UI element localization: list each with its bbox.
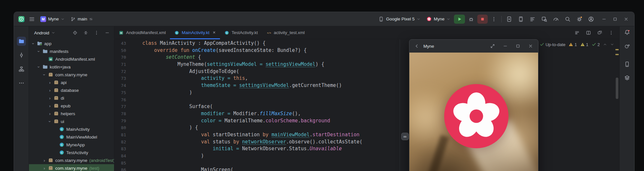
editor-scrollbar[interactable] <box>616 78 618 99</box>
tree-chevron-icon[interactable]: › <box>42 72 46 77</box>
code-line[interactable]: 71 MyneTheme(settingsViewModel = setting… <box>114 61 619 68</box>
tree-chevron-icon[interactable]: › <box>47 80 52 85</box>
app-inspection-button[interactable] <box>539 15 549 24</box>
code-line[interactable]: 70 setContent { <box>114 54 619 61</box>
logcat-button[interactable] <box>528 15 537 24</box>
run-button[interactable] <box>454 15 465 24</box>
close-tab-icon[interactable]: ✕ <box>213 31 216 35</box>
code-line[interactable]: 79 color = MaterialTheme.colorScheme.bac… <box>114 117 619 125</box>
detach-editor-button[interactable] <box>596 28 603 37</box>
notifications-button[interactable] <box>623 28 632 37</box>
warning-stripe-mark[interactable] <box>615 49 619 50</box>
device-selector[interactable]: Google Pixel 5 <box>376 15 423 23</box>
code-line[interactable]: 77 Surface( <box>114 103 619 110</box>
tree-item-epub[interactable]: ›epub <box>29 102 114 110</box>
stop-button[interactable] <box>477 15 488 24</box>
locate-file-button[interactable] <box>71 29 79 36</box>
project-toolwindow-button[interactable] <box>17 37 26 46</box>
project-view-selector[interactable]: Android <box>33 30 57 36</box>
device-window-handle-icon[interactable]: ∞ <box>401 133 409 140</box>
tree-chevron-icon[interactable]: › <box>31 41 35 46</box>
hide-panel-button[interactable] <box>104 29 111 36</box>
tree-chevron-icon[interactable]: › <box>47 112 52 116</box>
more-run-actions-button[interactable] <box>489 15 499 24</box>
tree-item-mainactivity[interactable]: CMainActivity <box>29 125 114 133</box>
device-maximize-button[interactable] <box>514 43 522 50</box>
run-configuration-selector[interactable]: Myne <box>424 15 453 23</box>
vcs-branch-selector[interactable]: main <box>68 15 95 23</box>
tree-item-helpers[interactable]: ›helpers <box>29 110 114 117</box>
editor-tab-activity-test-xml[interactable]: </>activity_test.xml <box>262 26 309 39</box>
code-line[interactable]: 80 ) { <box>114 124 619 131</box>
inspections-widget[interactable]: Up-to-date 1 1 2 <box>540 41 614 48</box>
commit-toolwindow-button[interactable] <box>17 51 26 60</box>
tree-item-myneapp[interactable]: CMyneApp <box>29 141 114 149</box>
tree-item-mainviewmodel[interactable]: CMainViewModel <box>29 133 114 141</box>
running-devices-button[interactable] <box>504 15 514 24</box>
device-manager-button[interactable] <box>516 15 526 24</box>
previous-problem-icon[interactable] <box>603 43 607 46</box>
code-line[interactable]: 78 modifier = Modifier.fillMaxSize(), <box>114 110 619 117</box>
passed-badge[interactable]: 2 <box>592 42 600 47</box>
structure-toolwindow-button[interactable] <box>17 65 26 74</box>
device-screen[interactable] <box>409 53 538 171</box>
project-selector[interactable]: M Myne <box>38 15 67 23</box>
maximize-window-button[interactable] <box>610 15 620 24</box>
tree-item-api[interactable]: ›api <box>29 79 114 86</box>
code-line[interactable]: 73 activity = this, <box>114 75 619 82</box>
tree-chevron-icon[interactable]: › <box>48 119 52 124</box>
tab-options-button[interactable] <box>608 28 615 37</box>
device-close-button[interactable] <box>527 43 534 50</box>
gradle-toolwindow-button[interactable] <box>623 42 632 51</box>
code-line[interactable]: 86 MainScreen( <box>114 166 619 171</box>
tree-item-kotlin-java[interactable]: ›kotlin+java <box>29 63 114 71</box>
next-problem-icon[interactable] <box>610 43 614 46</box>
close-window-button[interactable] <box>621 15 631 24</box>
code-editor[interactable]: 43class MainActivity : AppCompatActivity… <box>114 39 619 171</box>
collapse-all-button[interactable] <box>82 29 89 36</box>
tree-chevron-icon[interactable]: › <box>42 166 47 170</box>
tree-chevron-icon[interactable]: › <box>37 65 41 69</box>
code-line[interactable]: 81 val startDestination by mainViewModel… <box>114 131 619 139</box>
tree-item-di[interactable]: ›di <box>29 94 114 102</box>
minimize-window-button[interactable] <box>599 15 609 24</box>
main-menu-button[interactable] <box>27 15 37 24</box>
tree-item-androidmanifest-xml[interactable]: MAndroidManifest.xml <box>29 55 114 63</box>
tree-chevron-icon[interactable]: › <box>47 96 52 100</box>
code-line[interactable]: 72 AdjustEdgeToEdge( <box>114 68 619 75</box>
warning-badge[interactable]: 1 <box>569 42 577 47</box>
code-line[interactable]: 75 ) <box>114 89 619 96</box>
profiler-button[interactable] <box>551 15 561 24</box>
resource-manager-button[interactable] <box>623 73 632 82</box>
debug-button[interactable] <box>466 15 476 24</box>
warning-stripe-mark[interactable] <box>615 54 619 55</box>
tree-item-com-starry-myne[interactable]: ›com.starry.myne(androidTest) <box>29 156 114 164</box>
split-editor-button[interactable] <box>585 28 592 37</box>
tree-chevron-icon[interactable]: › <box>47 88 52 92</box>
weak-warning-badge[interactable]: 1 <box>580 42 588 47</box>
more-toolwindows-button[interactable] <box>17 79 26 88</box>
code-line[interactable]: 84 ) <box>114 153 619 160</box>
device-fullscreen-button[interactable] <box>489 43 496 50</box>
tree-item-testactivity[interactable]: CTestActivity <box>29 149 114 156</box>
code-line[interactable]: 83 initial = NetworkObserver.Status.Unav… <box>114 145 619 153</box>
editor-tab-mainactivity-kt[interactable]: CMainActivity.kt✕ <box>170 26 220 39</box>
tree-item-database[interactable]: ›database <box>29 86 114 94</box>
editor-tab-testactivity-kt[interactable]: CTestActivity.kt <box>220 26 262 39</box>
tree-item-ui[interactable]: ›ui <box>29 117 114 125</box>
tree-item-app[interactable]: ›app <box>29 40 114 47</box>
tree-item-manifests[interactable]: ›manifests <box>29 47 114 55</box>
code-line[interactable]: 82 val status by networkObserver.observe… <box>114 139 619 146</box>
tree-item-com-starry-myne[interactable]: ›com.starry.myne <box>29 71 114 79</box>
editor-list-button[interactable] <box>573 28 581 37</box>
device-window-titlebar[interactable]: Myne <box>409 40 538 53</box>
tree-chevron-icon[interactable]: › <box>47 104 52 108</box>
search-everywhere-button[interactable] <box>563 15 573 24</box>
tree-item-com-starry-myne[interactable]: ›com.starry.myne(test) <box>29 164 114 171</box>
device-explorer-button[interactable] <box>623 60 632 69</box>
tree-chevron-icon[interactable]: › <box>37 49 41 54</box>
code-line[interactable]: 76 <box>114 96 619 104</box>
settings-button[interactable] <box>574 15 584 24</box>
device-back-button[interactable] <box>413 43 420 50</box>
panel-options-button[interactable] <box>93 29 100 36</box>
